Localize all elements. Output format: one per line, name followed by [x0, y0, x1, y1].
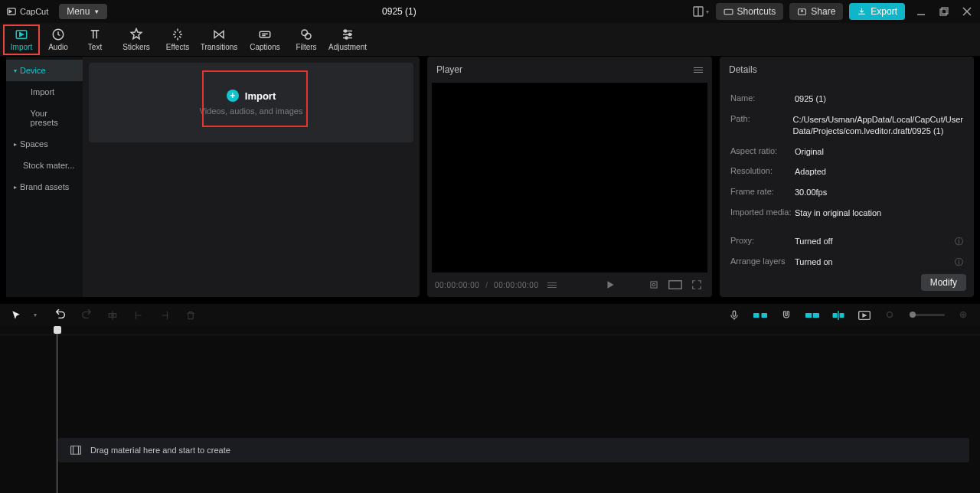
delete-icon[interactable] [184, 309, 198, 322]
shortcuts-label: Shortcuts [737, 6, 776, 17]
detail-key: Imported media: [730, 207, 795, 219]
audio-icon [51, 28, 65, 41]
detail-key: Aspect ratio: [730, 146, 795, 158]
details-body: Name:0925 (1)Path:C:/Users/Usman/AppData… [720, 83, 974, 297]
layout-icon[interactable]: ▾ [691, 2, 710, 21]
ribbon-effects[interactable]: Effects [159, 24, 196, 55]
sidebar-item-stock-mater-[interactable]: Stock mater... [6, 155, 83, 176]
transitions-icon [212, 28, 226, 41]
ribbon-import[interactable]: Import [3, 24, 40, 55]
share-button[interactable]: Share [789, 3, 843, 20]
timeline[interactable]: Drag material here and start to create [0, 326, 980, 493]
maximize-button[interactable] [937, 5, 951, 18]
svg-point-40 [887, 312, 893, 317]
track-toggle-2-icon[interactable] [805, 309, 819, 322]
detail-row: Frame rate:30.00fps [730, 182, 963, 203]
filters-icon [299, 28, 313, 41]
ribbon-stickers[interactable]: Stickers [113, 24, 159, 55]
text-icon [88, 28, 102, 41]
chevron-down-icon: ▾ [706, 8, 709, 15]
app-name: CapCut [20, 7, 48, 16]
svg-rect-44 [71, 446, 81, 455]
timecode-menu-icon[interactable] [544, 277, 560, 292]
zoom-in-icon[interactable] [957, 309, 971, 322]
pointer-tool-icon[interactable] [9, 309, 23, 322]
sidebar-item-import[interactable]: Import [6, 81, 83, 103]
redo-icon[interactable] [80, 309, 93, 322]
svg-point-24 [345, 37, 348, 39]
detail-value: Turned on [795, 256, 955, 268]
detail-key: Name: [730, 93, 795, 105]
detail-row: Aspect ratio:Original [730, 142, 963, 162]
svg-rect-27 [669, 281, 682, 289]
detail-value: 0925 (1) [795, 93, 963, 105]
ratio-icon[interactable] [668, 277, 683, 292]
export-button[interactable]: Export [849, 3, 905, 20]
timeline-drop-hint[interactable]: Drag material here and start to create [58, 438, 969, 462]
ribbon-audio[interactable]: Audio [40, 24, 77, 55]
chevron-icon: ▸ [14, 184, 17, 191]
import-title: Import [245, 90, 276, 102]
menu-button[interactable]: Menu ▼ [59, 4, 107, 19]
preview-icon[interactable] [858, 309, 871, 322]
svg-point-22 [345, 30, 347, 32]
player-viewport [432, 83, 707, 273]
close-button[interactable] [960, 5, 974, 18]
svg-rect-37 [840, 313, 844, 318]
sidebar-item-your-presets[interactable]: Your presets [6, 103, 83, 133]
detail-value: 30.00fps [795, 187, 963, 198]
track-toggle-3-icon[interactable] [831, 309, 845, 322]
player-title: Player [436, 64, 462, 75]
share-label: Share [811, 6, 835, 17]
ribbon-adjustment[interactable]: Adjustment [325, 24, 371, 55]
timeline-ruler[interactable] [0, 326, 980, 335]
undo-icon[interactable] [54, 309, 67, 322]
trim-right-icon[interactable] [158, 309, 172, 322]
shortcuts-button[interactable]: Shortcuts [716, 3, 784, 20]
ribbon-filters[interactable]: Filters [288, 24, 325, 55]
track-toggle-1-icon[interactable] [753, 309, 767, 322]
ribbon-text[interactable]: Text [77, 24, 113, 55]
svg-rect-31 [733, 311, 736, 316]
chevron-down-icon: ▼ [93, 8, 100, 15]
share-icon [797, 7, 807, 17]
export-label: Export [871, 6, 897, 17]
playhead[interactable] [54, 326, 61, 493]
magnet-icon[interactable] [779, 309, 793, 322]
trim-left-icon[interactable] [132, 309, 145, 322]
plus-icon: + [227, 90, 239, 102]
player-menu-icon[interactable] [694, 67, 703, 73]
svg-rect-36 [833, 313, 838, 318]
detail-row: Resolution:Adapted [730, 162, 963, 182]
fullscreen-icon[interactable] [689, 277, 704, 292]
svg-rect-8 [940, 9, 946, 15]
info-icon[interactable]: ⓘ [955, 256, 963, 268]
ribbon-captions[interactable]: Captions [242, 24, 288, 55]
info-icon[interactable]: ⓘ [955, 236, 963, 247]
modify-button[interactable]: Modify [921, 274, 966, 291]
stickers-icon [129, 28, 143, 41]
play-button[interactable] [603, 277, 618, 292]
zoom-slider[interactable] [910, 314, 945, 316]
sidebar-item-brand-assets[interactable]: ▸Brand assets [6, 176, 83, 198]
import-dropzone[interactable]: + Import Videos, audios, and images [89, 63, 413, 142]
pointer-dropdown-icon[interactable]: ▾ [28, 309, 41, 322]
detail-key: Arrange layers [730, 256, 795, 268]
svg-rect-30 [113, 313, 116, 317]
crop-icon[interactable] [646, 277, 662, 292]
split-icon[interactable] [106, 309, 119, 322]
ribbon-transitions[interactable]: Transitions [196, 24, 242, 55]
details-title: Details [729, 64, 757, 75]
player-header: Player [427, 57, 712, 83]
media-panel: ▾DeviceImportYour presets▸SpacesStock ma… [6, 57, 420, 297]
zoom-out-icon[interactable] [884, 309, 897, 322]
sidebar-item-device[interactable]: ▾Device [6, 60, 83, 81]
details-header: Details [720, 57, 974, 83]
sidebar-item-spaces[interactable]: ▸Spaces [6, 133, 83, 155]
time-total: 00:00:00:00 [494, 281, 538, 289]
svg-rect-33 [762, 313, 768, 318]
detail-key: Path: [730, 114, 792, 137]
minimize-button[interactable] [914, 5, 928, 18]
details-panel: Details Name:0925 (1)Path:C:/Users/Usman… [720, 57, 974, 297]
mic-icon[interactable] [727, 309, 741, 322]
